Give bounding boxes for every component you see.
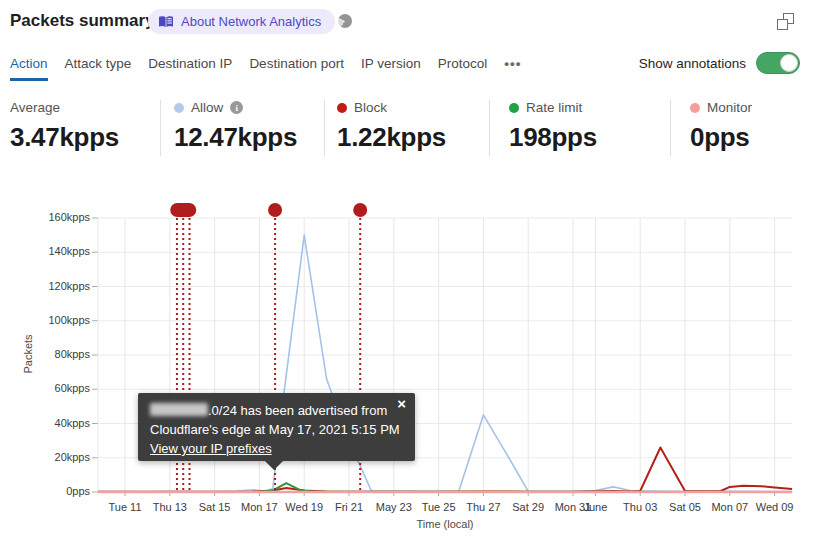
tooltip-line2: Cloudflare's edge at May 17, 2021 5:15 P… bbox=[150, 420, 403, 439]
stat-rate-limit: Rate limit198pps bbox=[509, 100, 597, 153]
stats-row: Average3.47kppsAllowi12.47kppsBlock1.22k… bbox=[0, 96, 816, 160]
tab-destination-ip[interactable]: Destination IP bbox=[148, 52, 232, 81]
about-network-analytics-badge[interactable]: About Network Analytics bbox=[148, 9, 335, 34]
stat-label: Average bbox=[10, 100, 60, 115]
close-icon[interactable]: × bbox=[397, 396, 406, 411]
view-ip-prefixes-link[interactable]: View your IP prefixes bbox=[150, 441, 272, 456]
tooltip-arrow bbox=[265, 461, 283, 470]
toggle-knob bbox=[780, 54, 798, 72]
y-tick-label: 40kpps bbox=[18, 417, 90, 429]
stat-allow: Allowi12.47kpps bbox=[174, 100, 297, 153]
y-tick-label: 20kpps bbox=[18, 451, 90, 463]
y-tick-label: 80kpps bbox=[18, 348, 90, 360]
info-icon[interactable]: i bbox=[230, 101, 243, 114]
tab-attack-type[interactable]: Attack type bbox=[65, 52, 132, 81]
y-tick-label: 120kpps bbox=[18, 280, 90, 292]
stat-value: 1.22kpps bbox=[337, 122, 446, 153]
show-annotations-toggle[interactable] bbox=[756, 52, 800, 74]
chart-canvas bbox=[0, 195, 816, 545]
packets-chart: Packets Time (local) × .0/24 has been ad… bbox=[0, 195, 816, 545]
stat-divider bbox=[160, 100, 161, 156]
tab-action[interactable]: Action bbox=[10, 52, 48, 81]
donut-progress-icon bbox=[338, 14, 352, 28]
network-analytics-panel: Packets summary About Network Analytics … bbox=[0, 0, 816, 545]
page-title: Packets summary bbox=[10, 11, 155, 31]
tab-protocol[interactable]: Protocol bbox=[438, 52, 488, 81]
stat-value: 0pps bbox=[690, 122, 752, 153]
tooltip-line1: .0/24 has been advertised from bbox=[150, 401, 403, 420]
badge-label: About Network Analytics bbox=[181, 14, 321, 29]
legend-dot-icon bbox=[690, 103, 700, 113]
stat-divider bbox=[489, 100, 490, 156]
legend-dot-icon bbox=[337, 103, 347, 113]
stat-label: Allow bbox=[191, 100, 223, 115]
stat-divider bbox=[324, 100, 325, 156]
annotation-marker-dot[interactable] bbox=[353, 203, 367, 217]
annotation-tooltip: × .0/24 has been advertised from Cloudfl… bbox=[138, 393, 415, 461]
tooltip-link-row: View your IP prefixes bbox=[150, 439, 403, 458]
stat-divider bbox=[670, 100, 671, 156]
y-tick-label: 0pps bbox=[18, 485, 90, 497]
book-icon bbox=[158, 15, 174, 29]
stat-label: Block bbox=[354, 100, 387, 115]
stat-value: 198pps bbox=[509, 122, 597, 153]
tab-destination-port[interactable]: Destination port bbox=[249, 52, 344, 81]
x-axis-title: Time (local) bbox=[385, 518, 505, 530]
header: Packets summary About Network Analytics bbox=[0, 0, 816, 44]
stat-monitor: Monitor0pps bbox=[690, 100, 752, 153]
show-annotations-label: Show annotations bbox=[639, 56, 746, 71]
legend-dot-icon bbox=[174, 103, 184, 113]
tab-bar: ActionAttack typeDestination IPDestinati… bbox=[10, 52, 521, 81]
y-tick-label: 100kpps bbox=[18, 314, 90, 326]
stat-label: Rate limit bbox=[526, 100, 582, 115]
stat-block: Block1.22kpps bbox=[337, 100, 446, 153]
y-tick-label: 60kpps bbox=[18, 382, 90, 394]
tabs-overflow-button[interactable]: ••• bbox=[504, 52, 521, 81]
redacted-ip-prefix bbox=[150, 403, 208, 416]
copy-window-icon[interactable] bbox=[777, 13, 794, 30]
stat-value: 3.47kpps bbox=[10, 122, 119, 153]
legend-dot-icon bbox=[509, 103, 519, 113]
y-tick-label: 140kpps bbox=[18, 245, 90, 257]
x-tick-label: Wed 09 bbox=[743, 501, 807, 513]
annotation-marker-dot[interactable] bbox=[268, 203, 282, 217]
annotation-marker-pill[interactable] bbox=[170, 203, 196, 217]
stat-average: Average3.47kpps bbox=[10, 100, 119, 153]
y-tick-label: 160kpps bbox=[18, 211, 90, 223]
stat-value: 12.47kpps bbox=[174, 122, 297, 153]
tab-ip-version[interactable]: IP version bbox=[361, 52, 421, 81]
stat-label: Monitor bbox=[707, 100, 752, 115]
